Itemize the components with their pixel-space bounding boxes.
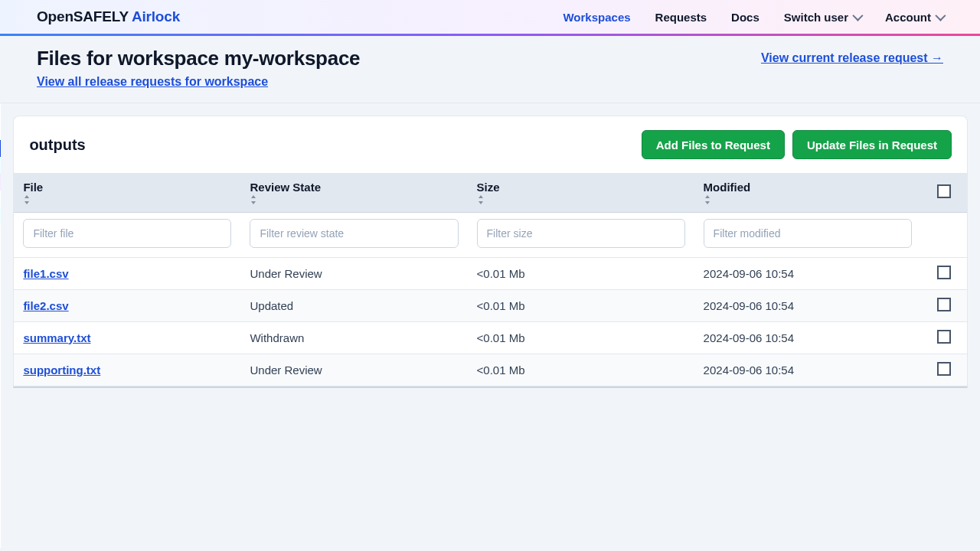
table-row: summary.txt Withdrawn <0.01 Mb 2024-09-0… xyxy=(14,321,967,354)
cell-size: <0.01 Mb xyxy=(468,289,694,321)
filter-size-input[interactable] xyxy=(477,219,685,248)
table-filter-row xyxy=(14,212,967,257)
col-header-modified-label: Modified xyxy=(704,181,751,194)
col-header-file-label: File xyxy=(23,181,43,194)
brand-accent: Airlock xyxy=(132,8,180,24)
view-all-release-requests-link[interactable]: View all release requests for workspace xyxy=(37,75,268,88)
file-link[interactable]: summary.txt xyxy=(23,331,90,344)
cell-size: <0.01 Mb xyxy=(468,354,694,386)
update-files-in-request-button[interactable]: Update Files in Request xyxy=(792,130,952,159)
nav-docs[interactable]: Docs xyxy=(731,11,760,24)
cell-modified: 2024-09-06 10:54 xyxy=(694,321,921,354)
filter-file-input[interactable] xyxy=(23,219,231,248)
page-header-left: Files for workspace my-workspace View al… xyxy=(37,47,360,89)
page-header-right: View current release request → xyxy=(761,47,943,65)
card-title: outputs xyxy=(29,136,85,154)
chevron-down-icon xyxy=(852,11,863,21)
col-header-modified[interactable]: Modified xyxy=(694,173,921,212)
nav-account[interactable]: Account xyxy=(885,11,943,24)
col-header-size-label: Size xyxy=(477,181,500,194)
cell-size: <0.01 Mb xyxy=(468,321,694,354)
outputs-card: outputs Add Files to Request Update File… xyxy=(13,116,968,388)
row-checkbox[interactable] xyxy=(937,298,951,311)
top-nav: OpenSAFELY Airlock Workspaces Requests D… xyxy=(0,0,980,34)
add-files-to-request-button[interactable]: Add Files to Request xyxy=(642,130,785,159)
page-header: Files for workspace my-workspace View al… xyxy=(0,36,980,103)
sort-icon xyxy=(23,195,231,204)
cell-state: Withdrawn xyxy=(240,321,467,354)
sort-icon xyxy=(704,195,912,204)
col-header-size[interactable]: Size xyxy=(468,173,694,212)
filter-modified-input[interactable] xyxy=(704,219,912,248)
cell-state: Updated xyxy=(240,289,467,321)
view-current-release-request-link[interactable]: View current release request → xyxy=(761,51,943,64)
cell-size: <0.01 Mb xyxy=(468,257,694,289)
file-link[interactable]: file1.csv xyxy=(23,267,68,280)
cell-modified: 2024-09-06 10:54 xyxy=(694,257,921,289)
cell-state: Under Review xyxy=(240,354,467,386)
brand-name: OpenSAFELY xyxy=(37,8,129,24)
table-row: file1.csv Under Review <0.01 Mb 2024-09-… xyxy=(14,257,967,289)
cell-modified: 2024-09-06 10:54 xyxy=(694,354,921,386)
file-link[interactable]: file2.csv xyxy=(23,299,68,312)
cell-state: Under Review xyxy=(240,257,467,289)
nav-links: Workspaces Requests Docs Switch user Acc… xyxy=(563,11,943,24)
sort-icon xyxy=(250,195,458,204)
nav-switch-user-label: Switch user xyxy=(784,11,848,24)
nav-requests[interactable]: Requests xyxy=(655,11,707,24)
table-row: file2.csv Updated <0.01 Mb 2024-09-06 10… xyxy=(14,289,967,321)
nav-workspaces[interactable]: Workspaces xyxy=(563,11,630,24)
col-header-file[interactable]: File xyxy=(14,173,240,212)
chevron-down-icon xyxy=(935,11,946,21)
table-row: supporting.txt Under Review <0.01 Mb 202… xyxy=(14,354,967,386)
card-actions: Add Files to Request Update Files in Req… xyxy=(642,130,952,159)
content-split: my-workspace metadata xyxy=(0,103,980,548)
col-header-state[interactable]: Review State xyxy=(240,173,467,212)
page-title: Files for workspace my-workspace xyxy=(37,47,360,70)
checkbox-icon xyxy=(937,184,951,198)
row-checkbox[interactable] xyxy=(937,330,951,344)
brand: OpenSAFELY Airlock xyxy=(37,8,180,25)
table-header-row: File Review State Size xyxy=(14,173,967,212)
col-header-select-all[interactable] xyxy=(921,173,967,212)
card-header: outputs Add Files to Request Update File… xyxy=(14,116,967,173)
sort-icon xyxy=(477,195,685,204)
row-checkbox[interactable] xyxy=(937,362,951,376)
file-link[interactable]: supporting.txt xyxy=(23,364,100,377)
files-table: File Review State Size xyxy=(14,173,967,386)
nav-account-label: Account xyxy=(885,11,931,24)
filter-state-input[interactable] xyxy=(250,219,458,248)
col-header-state-label: Review State xyxy=(250,181,321,194)
main-panel: outputs Add Files to Request Update File… xyxy=(1,103,980,548)
nav-switch-user[interactable]: Switch user xyxy=(784,11,861,24)
row-checkbox[interactable] xyxy=(937,266,951,279)
cell-modified: 2024-09-06 10:54 xyxy=(694,289,921,321)
